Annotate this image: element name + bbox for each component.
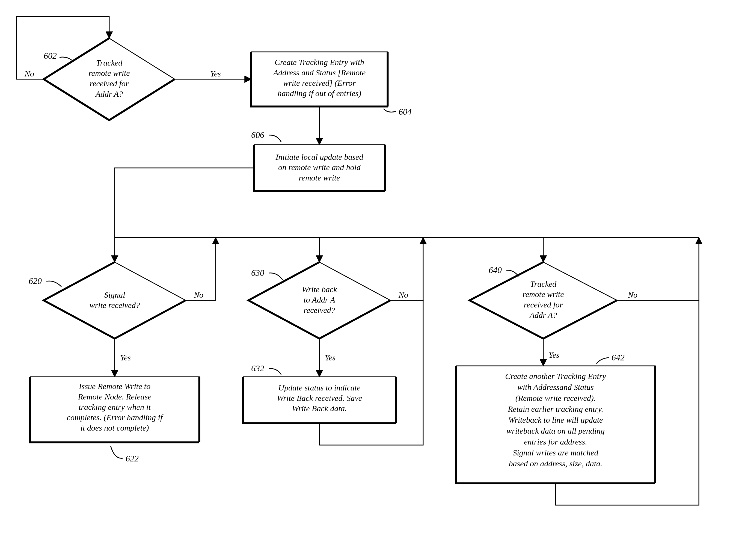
svg-text:Writeback to line will update: Writeback to line will update <box>508 415 603 424</box>
d602-l2: remote write <box>88 69 130 78</box>
svg-text:Create another Tracking Entry: Create another Tracking Entry <box>505 372 606 381</box>
ref-622: 622 <box>126 454 139 463</box>
d602-l1: Tracked <box>96 58 123 67</box>
svg-text:(Remote write received).: (Remote write received). <box>515 393 596 403</box>
svg-text:writeback data on all pending: writeback data on all pending <box>506 426 605 435</box>
b622-l1: Issue Remote Write to <box>79 382 150 391</box>
svg-text:completes. (Error handling if: completes. (Error handling if <box>67 413 164 422</box>
d630-yes: Yes <box>325 353 336 362</box>
svg-text:Issue Remote Write to: Issue Remote Write to <box>79 382 150 391</box>
d640-l3: received for <box>524 300 563 309</box>
b622-l2: Remote Node. Release <box>78 392 151 401</box>
decision-602: Tracked remote write received for Addr A… <box>44 38 175 120</box>
svg-text:with Addressand Status: with Addressand Status <box>517 383 594 392</box>
svg-text:Addr A?: Addr A? <box>529 310 557 319</box>
ref-632: 632 <box>251 363 264 373</box>
d620-l1: Signal <box>104 290 125 299</box>
svg-text:Address and Status [Remote: Address and Status [Remote <box>273 68 366 77</box>
decision-630: Write back to Addr A received? <box>248 262 390 339</box>
svg-text:Write back: Write back <box>302 285 337 294</box>
d620-no: No <box>194 290 203 299</box>
b642-l1: Create another Tracking Entry <box>505 372 606 381</box>
b642-l4: Retain earlier tracking entry. <box>508 404 603 413</box>
svg-text:Retain earlier tracking entry.: Retain earlier tracking entry. <box>508 404 603 413</box>
b642-l7: entries for address. <box>524 437 587 446</box>
d640-l2: remote write <box>523 290 564 299</box>
b642-l8: Signal writes are matched <box>513 448 598 457</box>
svg-text:handling if out of entries): handling if out of entries) <box>278 89 361 98</box>
svg-text:received for: received for <box>90 79 129 88</box>
svg-text:Addr A?: Addr A? <box>95 89 123 98</box>
ref-604: 604 <box>399 107 412 117</box>
b606-l2: on remote write and hold <box>278 163 361 172</box>
d602-l3: received for <box>90 79 129 88</box>
svg-text:Create Tracking Entry with: Create Tracking Entry with <box>275 58 364 67</box>
b632-l1: Update status to indicate <box>278 383 361 392</box>
b606-l3: remote write <box>299 173 340 182</box>
b632-l3: Write Back data. <box>292 404 347 413</box>
svg-text:Signal writes are matched: Signal writes are matched <box>513 448 598 457</box>
b604-l2: Address and Status [Remote <box>273 68 366 77</box>
svg-text:Write Back data.: Write Back data. <box>292 404 347 413</box>
process-632: Update status to indicate Write Back rec… <box>243 377 396 423</box>
b642-l2: with Addressand Status <box>517 383 594 392</box>
svg-text:Write Back received. Save: Write Back received. Save <box>277 393 362 402</box>
d620-l2: write received? <box>90 301 140 310</box>
svg-text:Update status to indicate: Update status to indicate <box>278 383 361 392</box>
svg-text:Tracked: Tracked <box>530 279 557 288</box>
svg-text:write received?: write received? <box>90 301 140 310</box>
b642-l3: (Remote write received). <box>515 393 596 403</box>
ref-640: 640 <box>489 265 502 275</box>
process-606: Initiate local update based on remote wr… <box>254 145 385 191</box>
svg-text:remote write: remote write <box>88 69 130 78</box>
d640-l1: Tracked <box>530 279 557 288</box>
b642-l9: based on address, size, data. <box>509 459 602 468</box>
d630-l1: Write back <box>302 285 337 294</box>
b604-l4: handling if out of entries) <box>278 89 361 98</box>
svg-text:Initiate local update based: Initiate local update based <box>275 152 364 161</box>
b642-l5: Writeback to line will update <box>508 415 603 424</box>
svg-text:received for: received for <box>524 300 563 309</box>
d640-no: No <box>628 290 637 299</box>
process-622: Issue Remote Write to Remote Node. Relea… <box>30 377 199 442</box>
d640-yes: Yes <box>549 350 559 359</box>
decision-620: Signal write received? <box>44 262 186 339</box>
d630-no: No <box>398 290 408 299</box>
svg-text:entries for address.: entries for address. <box>524 437 587 446</box>
d640-l4: Addr A? <box>529 310 557 319</box>
svg-text:Tracked: Tracked <box>96 58 123 67</box>
svg-text:on remote write and hold: on remote write and hold <box>278 163 361 172</box>
ref-602: 602 <box>44 51 57 61</box>
d630-l2: to Addr A <box>304 295 335 304</box>
svg-text:Remote Node. Release: Remote Node. Release <box>78 392 151 401</box>
b604-l1: Create Tracking Entry with <box>275 58 364 67</box>
flowchart: Tracked remote write received for Addr A… <box>0 0 736 560</box>
ref-620: 620 <box>29 276 42 286</box>
svg-text:received?: received? <box>304 306 335 315</box>
d602-l4: Addr A? <box>95 89 123 98</box>
process-604: Create Tracking Entry with Address and S… <box>251 52 388 106</box>
svg-text:to Addr A: to Addr A <box>304 295 335 304</box>
d620-yes: Yes <box>120 353 131 362</box>
svg-text:Signal: Signal <box>104 290 125 299</box>
svg-text:remote write: remote write <box>523 290 564 299</box>
svg-text:write received] (Error: write received] (Error <box>283 78 356 88</box>
svg-text:tracking entry when it: tracking entry when it <box>79 402 151 411</box>
svg-text:based on address, size, data.: based on address, size, data. <box>509 459 602 468</box>
d630-l3: received? <box>304 306 335 315</box>
b632-l2: Write Back received. Save <box>277 393 362 402</box>
ref-642: 642 <box>612 352 625 362</box>
ref-630: 630 <box>251 268 264 278</box>
b622-l3: tracking entry when it <box>79 402 151 411</box>
b622-l5: it does not complete) <box>81 423 149 432</box>
b606-l1: Initiate local update based <box>275 152 364 161</box>
ref-606: 606 <box>251 130 264 140</box>
svg-text:it does not complete): it does not complete) <box>81 423 149 432</box>
process-642: Create another Tracking Entry with Addre… <box>456 366 655 483</box>
svg-text:remote write: remote write <box>299 173 340 182</box>
d602-yes: Yes <box>210 69 221 78</box>
b622-l4: completes. (Error handling if <box>67 413 164 422</box>
b642-l6: writeback data on all pending <box>506 426 605 435</box>
b604-l3: write received] (Error <box>283 78 356 88</box>
d602-no: No <box>24 69 34 78</box>
